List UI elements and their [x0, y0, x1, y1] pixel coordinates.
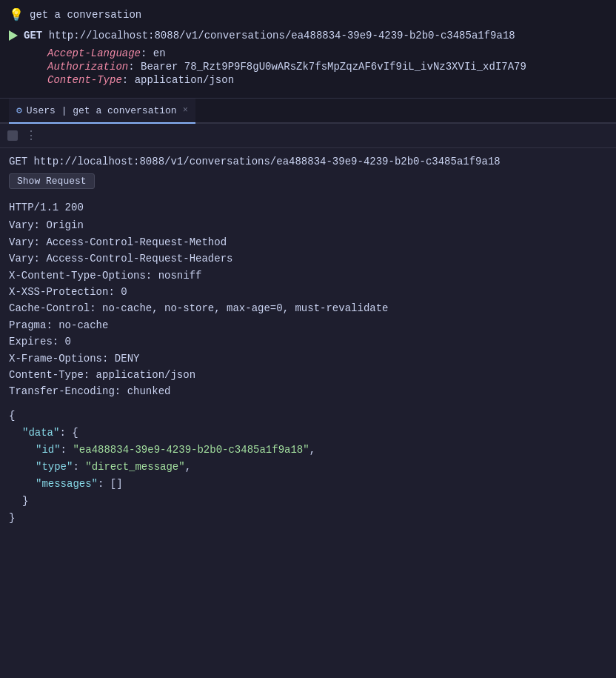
- play-icon[interactable]: [9, 30, 18, 41]
- header-key-content-type: Content-Type: [47, 74, 122, 86]
- tab-bar: ⚙️ Users | get a conversation ×: [0, 99, 616, 124]
- response-header-xss: X-XSS-Protection: 0: [9, 284, 607, 300]
- tab-get-conversation[interactable]: ⚙️ Users | get a conversation ×: [9, 99, 195, 124]
- json-line-close-brace: }: [9, 510, 607, 527]
- header-value-content-type: : application/json: [122, 74, 234, 86]
- header-value-accept-language: : en: [141, 47, 166, 59]
- json-body: { "data": { "id": "ea488834-39e9-4239-b2…: [9, 408, 607, 528]
- response-get-url: GET http://localhost:8088/v1/conversatio…: [9, 156, 607, 167]
- response-header-transfer-encoding: Transfer-Encoding: chunked: [9, 383, 607, 399]
- response-header-xframe: X-Frame-Options: DENY: [9, 350, 607, 367]
- response-header-expires: Expires: 0: [9, 333, 607, 350]
- response-header-pragma: Pragma: no-cache: [9, 317, 607, 333]
- request-title-row: 💡 get a conversation: [9, 7, 607, 22]
- tab-icon: ⚙️: [16, 104, 22, 116]
- header-value-authorization: : Bearer 78_Rzt9P9F8gU0wARsZk7fsMpZqzAF6…: [128, 61, 526, 73]
- lightbulb-icon: 💡: [9, 7, 24, 22]
- response-section: ⋮ GET http://localhost:8088/v1/conversat…: [0, 124, 616, 534]
- header-key-authorization: Authorization: [47, 61, 128, 73]
- response-header-vary-origin: Vary: Origin: [9, 217, 607, 233]
- top-section: 💡 get a conversation GET http://localhos…: [0, 0, 616, 99]
- response-header-vary-method: Vary: Access-Control-Request-Method: [9, 234, 607, 250]
- response-header-cache-control: Cache-Control: no-cache, no-store, max-a…: [9, 300, 607, 316]
- header-accept-language: Accept-Language: en: [9, 47, 607, 59]
- request-title: get a conversation: [30, 9, 141, 21]
- toolbar-indicator: [7, 130, 18, 141]
- response-header-vary-headers: Vary: Access-Control-Request-Headers: [9, 250, 607, 267]
- header-content-type: Content-Type: application/json: [9, 74, 607, 86]
- response-header-content-type: Content-Type: application/json: [9, 367, 607, 383]
- response-headers: HTTP/1.1 200 Vary: Origin Vary: Access-C…: [9, 199, 607, 400]
- json-line-data-key: "data": {: [9, 425, 607, 442]
- toolbar-more-button[interactable]: ⋮: [25, 128, 37, 143]
- json-line-type: "type": "direct_message",: [9, 459, 607, 476]
- show-request-button[interactable]: Show Request: [9, 173, 95, 189]
- json-line-id: "id": "ea488834-39e9-4239-b2b0-c3485a1f9…: [9, 442, 607, 459]
- request-url-row: GET http://localhost:8088/v1/conversatio…: [9, 30, 607, 41]
- header-authorization: Authorization: Bearer 78_Rzt9P9F8gU0wARs…: [9, 61, 607, 73]
- request-method: GET: [24, 30, 42, 41]
- response-status-line: HTTP/1.1 200: [9, 199, 607, 216]
- response-header-xcto: X-Content-Type-Options: nosniff: [9, 267, 607, 284]
- request-url-path: http://localhost:8088/v1/conversations/e…: [49, 30, 515, 41]
- json-line-messages: "messages": []: [9, 476, 607, 493]
- response-toolbar: ⋮: [0, 124, 616, 148]
- response-content: GET http://localhost:8088/v1/conversatio…: [0, 148, 616, 534]
- json-line-data-close: }: [9, 493, 607, 510]
- request-url: GET http://localhost:8088/v1/conversatio…: [24, 30, 515, 41]
- json-line-open-brace: {: [9, 408, 607, 425]
- tab-close-button[interactable]: ×: [183, 105, 188, 116]
- tab-label: Users | get a conversation: [27, 105, 177, 116]
- header-key-accept-language: Accept-Language: [47, 47, 141, 59]
